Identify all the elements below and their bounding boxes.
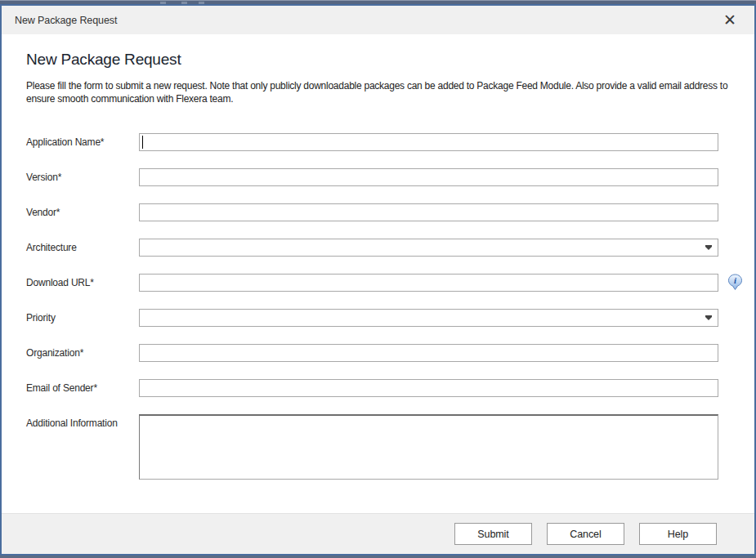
field-row-email-of-sender: Email of Sender* bbox=[26, 379, 718, 397]
architecture-label: Architecture bbox=[26, 239, 139, 257]
submit-button[interactable]: Submit bbox=[454, 523, 532, 545]
field-row-application-name: Application Name* bbox=[26, 133, 718, 151]
version-label: Version* bbox=[26, 168, 139, 186]
dialog-title: New Package Request bbox=[15, 15, 117, 26]
download-url-field: i bbox=[139, 274, 718, 292]
additional-information-field bbox=[139, 414, 718, 480]
chevron-down-icon bbox=[705, 317, 712, 320]
dialog-titlebar[interactable]: New Package Request ✕ bbox=[2, 6, 754, 34]
email-of-sender-input[interactable] bbox=[139, 379, 718, 397]
additional-information-textarea[interactable] bbox=[139, 414, 718, 480]
text-caret bbox=[142, 136, 143, 149]
close-icon[interactable]: ✕ bbox=[718, 9, 741, 32]
priority-field bbox=[139, 309, 718, 327]
dialog-footer: SubmitCancelHelp bbox=[2, 513, 754, 554]
chevron-down-icon bbox=[705, 247, 712, 250]
version-input[interactable] bbox=[139, 168, 718, 186]
help-button[interactable]: Help bbox=[639, 523, 717, 545]
field-row-architecture: Architecture bbox=[26, 239, 718, 257]
priority-label: Priority bbox=[26, 309, 139, 327]
vendor-field bbox=[139, 203, 718, 221]
architecture-field bbox=[139, 239, 718, 257]
vendor-input[interactable] bbox=[139, 203, 718, 221]
version-field bbox=[139, 168, 718, 186]
download-url-input[interactable] bbox=[139, 274, 718, 292]
dialog-body: New Package Request Please fill the form… bbox=[2, 34, 754, 513]
page-description: Please fill the form to submit a new req… bbox=[26, 79, 729, 105]
vendor-label: Vendor* bbox=[26, 203, 139, 221]
email-of-sender-label: Email of Sender* bbox=[26, 379, 139, 397]
field-row-version: Version* bbox=[26, 168, 718, 186]
cancel-button[interactable]: Cancel bbox=[547, 523, 624, 545]
page-title: New Package Request bbox=[26, 51, 730, 69]
field-row-organization: Organization* bbox=[26, 344, 718, 362]
application-name-field bbox=[139, 133, 718, 151]
field-row-vendor: Vendor* bbox=[26, 203, 718, 221]
organization-input[interactable] bbox=[139, 344, 718, 362]
priority-dropdown[interactable] bbox=[139, 309, 718, 327]
download-url-label: Download URL* bbox=[26, 274, 139, 292]
organization-label: Organization* bbox=[26, 344, 139, 362]
additional-information-label: Additional Information bbox=[26, 414, 139, 480]
field-row-additional-information: Additional Information bbox=[26, 414, 718, 480]
application-name-label: Application Name* bbox=[26, 133, 139, 151]
info-balloon-icon[interactable]: i bbox=[727, 274, 743, 292]
organization-field bbox=[139, 344, 718, 362]
request-form: Application Name*Version*Vendor*Architec… bbox=[26, 133, 718, 480]
field-row-download-url: Download URL*i bbox=[26, 274, 718, 292]
architecture-dropdown[interactable] bbox=[139, 239, 718, 257]
email-of-sender-field bbox=[139, 379, 718, 397]
application-name-input[interactable] bbox=[139, 133, 718, 151]
new-package-request-dialog: New Package Request ✕ New Package Reques… bbox=[0, 4, 756, 556]
field-row-priority: Priority bbox=[26, 309, 718, 327]
